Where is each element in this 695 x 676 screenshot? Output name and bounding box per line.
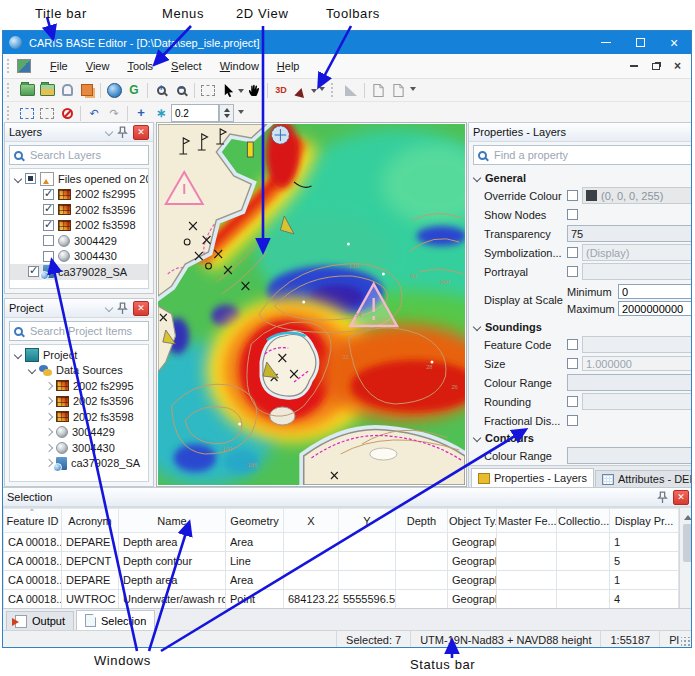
tolerance-input[interactable]	[171, 104, 219, 122]
pan-hand-icon[interactable]	[244, 81, 264, 99]
new-dataset-icon[interactable]	[17, 81, 37, 99]
layer-checkbox[interactable]	[43, 220, 54, 231]
table-row[interactable]: CA 00018...DEPARE Depth areaArea Geograp…	[4, 571, 679, 590]
layer-checkbox[interactable]	[28, 266, 39, 277]
portrayal-checkbox[interactable]	[567, 266, 578, 277]
menu-select[interactable]: Select	[162, 55, 211, 77]
symbolization-checkbox[interactable]	[567, 247, 578, 258]
layer-item-selected[interactable]: ca379028_SA	[10, 264, 148, 280]
toolbar-overflow-icon[interactable]	[317, 81, 327, 99]
tab-attributes-depcnt[interactable]: Attributes - DEPCNT	[595, 470, 692, 487]
column-header[interactable]: Depth	[396, 509, 448, 533]
status-crs[interactable]: UTM-19N-Nad83 + NAVD88 height	[410, 631, 600, 648]
menu-view[interactable]: View	[77, 55, 119, 77]
layer-item[interactable]: 2002 fs2995	[10, 187, 148, 203]
data-sources-item[interactable]: Data Sources	[10, 363, 148, 379]
globe-icon[interactable]	[104, 81, 124, 99]
select-by-area-icon[interactable]	[37, 104, 57, 122]
menu-file[interactable]: File	[41, 55, 77, 77]
scroll-up-icon[interactable]	[684, 511, 692, 520]
layer-checkbox[interactable]	[43, 235, 54, 246]
project-item[interactable]: 3004430	[10, 440, 148, 456]
select-by-rectangle-icon[interactable]	[17, 104, 37, 122]
menu-window[interactable]: Window	[211, 55, 268, 77]
move-feature-icon[interactable]: +	[131, 104, 151, 122]
scale-maximum-input[interactable]	[618, 301, 692, 316]
map-view-2d[interactable]: 150 186 54 32 28 26 138 92 100	[156, 122, 467, 487]
panel-menu-icon[interactable]	[105, 304, 113, 312]
tab-selection[interactable]: Selection	[76, 610, 155, 630]
column-header[interactable]: Geometry	[226, 509, 284, 533]
project-search-input[interactable]	[28, 324, 144, 338]
north-arrow-icon[interactable]	[291, 81, 311, 99]
layers-root-item[interactable]: Files opened on 201...	[10, 171, 148, 187]
feature-code-checkbox[interactable]	[567, 339, 578, 350]
status-scale[interactable]: 1:55187	[600, 631, 659, 648]
snap-tolerance-icon[interactable]: ∗	[151, 104, 171, 122]
copy-layers-icon[interactable]	[77, 81, 97, 99]
section-contours[interactable]: Contours	[469, 430, 692, 446]
transparency-dropdown[interactable]: 75	[567, 225, 692, 242]
column-header[interactable]: Object Ty...	[448, 509, 497, 533]
column-header[interactable]: Master Fe...	[497, 509, 557, 533]
close-panel-icon[interactable]: ✕	[133, 301, 149, 316]
mdi-close-icon[interactable]: ×	[674, 61, 681, 71]
project-item[interactable]: 2002 fs3596	[10, 394, 148, 410]
layer-checkbox[interactable]	[43, 251, 54, 262]
project-item[interactable]: 2002 fs3598	[10, 409, 148, 425]
open-dataset-icon[interactable]	[37, 81, 57, 99]
measure-angle-icon[interactable]	[341, 81, 361, 99]
project-item[interactable]: 3004429	[10, 425, 148, 441]
close-button[interactable]: ×	[657, 31, 691, 54]
layer-item[interactable]: 3004430	[10, 249, 148, 265]
project-item[interactable]: 2002 fs2995	[10, 378, 148, 394]
section-soundings[interactable]: Soundings	[469, 319, 692, 335]
override-colour-checkbox[interactable]	[567, 190, 578, 201]
tab-output[interactable]: Output	[6, 611, 74, 630]
panel-menu-icon[interactable]	[105, 128, 113, 136]
column-header[interactable]: Name	[119, 509, 226, 533]
show-nodes-checkbox[interactable]	[567, 209, 578, 220]
column-header[interactable]: Display Pr...	[610, 509, 679, 533]
table-row[interactable]: CA 00018...UWTROC Underwater/awash rockP…	[4, 590, 679, 609]
layer-item[interactable]: 2002 fs3598	[10, 218, 148, 234]
layer-checkbox[interactable]	[43, 204, 54, 215]
attach-icon[interactable]	[57, 81, 77, 99]
view-3d-icon[interactable]: 3D	[271, 81, 291, 99]
tab-properties-layers[interactable]: Properties - Layers	[471, 468, 594, 487]
column-header[interactable]: Y	[339, 509, 396, 533]
rounding-checkbox[interactable]	[567, 396, 578, 407]
column-header[interactable]: ⌃Feature ID	[4, 509, 62, 533]
zoom-window-icon[interactable]	[198, 81, 218, 99]
maximize-button[interactable]	[623, 31, 657, 54]
fractional-display-checkbox[interactable]	[567, 415, 578, 426]
column-header[interactable]: Acronym	[62, 509, 119, 533]
layer-checkbox[interactable]	[43, 189, 54, 200]
size-checkbox[interactable]	[567, 358, 578, 369]
menu-help[interactable]: Help	[268, 55, 309, 77]
close-panel-icon[interactable]: ✕	[673, 490, 689, 505]
scroll-thumb[interactable]	[683, 524, 692, 562]
table-scrollbar[interactable]	[679, 508, 692, 608]
toolbar-overflow-icon[interactable]	[234, 104, 248, 122]
close-panel-icon[interactable]: ✕	[133, 125, 149, 140]
mdi-restore-icon[interactable]	[652, 63, 660, 70]
pin-icon[interactable]	[116, 302, 129, 315]
georeference-icon[interactable]: G	[124, 81, 144, 99]
column-header[interactable]: X	[284, 509, 339, 533]
undo-selection-icon[interactable]: ↶	[84, 104, 104, 122]
properties-search-input[interactable]	[492, 148, 692, 162]
section-general[interactable]: General	[469, 170, 692, 186]
table-row[interactable]: CA 00018...DEPCNT Depth contourLine Geog…	[4, 552, 679, 571]
layer-item[interactable]: 2002 fs3596	[10, 202, 148, 218]
menu-tools[interactable]: Tools	[118, 55, 162, 77]
table-row[interactable]: CA 00018...DEPARE Depth areaArea Geograp…	[4, 533, 679, 552]
bathymetry-map[interactable]: 150 186 54 32 28 26 138 92 100	[158, 124, 465, 485]
resize-grip[interactable]	[681, 637, 691, 647]
pin-icon[interactable]	[656, 491, 669, 504]
column-header[interactable]: Collectio...	[557, 509, 610, 533]
tolerance-spinner[interactable]	[219, 104, 234, 122]
pin-icon[interactable]	[116, 126, 129, 139]
mdi-minimize-icon[interactable]	[630, 65, 638, 67]
minimize-button[interactable]	[589, 31, 623, 54]
